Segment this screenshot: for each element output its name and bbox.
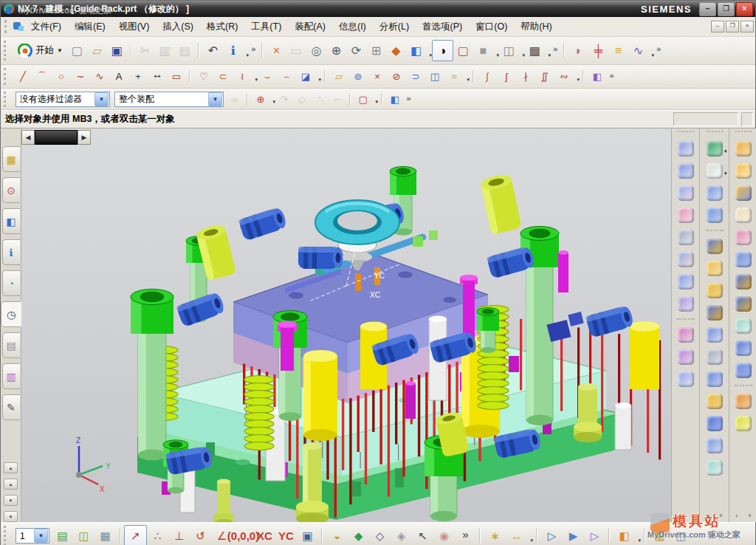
- history-icon[interactable]: ◔: [2, 270, 20, 296]
- toolbar-grip[interactable]: [735, 131, 752, 135]
- pocket-icon[interactable]: [703, 457, 726, 478]
- sheet-body-icon[interactable]: [732, 205, 755, 225]
- work-layer-combo[interactable]: 1 ▼: [16, 528, 49, 544]
- minimize-button[interactable]: –: [699, 2, 716, 16]
- paste-icon[interactable]: ▤: [175, 41, 195, 61]
- roles-palette-icon[interactable]: ▤: [2, 332, 20, 358]
- x-form-icon[interactable]: [674, 324, 698, 345]
- curve-length-icon[interactable]: ∬: [535, 68, 554, 85]
- n-sided-surface-icon[interactable]: [674, 205, 698, 225]
- circle-icon[interactable]: ○: [52, 68, 71, 85]
- orient-view-icon[interactable]: ◧: [406, 41, 426, 61]
- datum-plane-icon[interactable]: [703, 160, 726, 181]
- constraint-navigator-icon[interactable]: ⊙: [2, 177, 20, 203]
- show-hide-icon[interactable]: ◆: [348, 526, 369, 545]
- edit-curve-icon[interactable]: ∫: [478, 68, 497, 85]
- selection-scope-combo[interactable]: 整个装配 ▼: [114, 92, 224, 107]
- layer-visible-icon[interactable]: ▦: [94, 526, 116, 545]
- chevron-down-icon[interactable]: ▼: [208, 92, 222, 106]
- chevron-down-icon[interactable]: ▼: [94, 92, 109, 106]
- pan-view-icon[interactable]: ⊞: [366, 41, 386, 61]
- menu-edit[interactable]: 编辑(E): [68, 18, 112, 36]
- toolbar-more-icon[interactable]: »: [717, 511, 726, 521]
- through-curve-mesh-icon[interactable]: [674, 182, 698, 203]
- half-section-icon[interactable]: [732, 182, 755, 203]
- start-button[interactable]: 开始 ▼: [13, 42, 67, 60]
- new-file-icon[interactable]: ▢: [67, 41, 87, 61]
- scrollbar-thumb[interactable]: [35, 130, 78, 145]
- mdi-restore-button[interactable]: ❐: [726, 21, 739, 32]
- internet-explorer-icon[interactable]: ℹ: [2, 239, 20, 265]
- graphics-window[interactable]: ◀ ▶: [21, 128, 671, 522]
- snap-solid-icon[interactable]: ◇: [293, 91, 311, 107]
- menu-info[interactable]: 信息(I): [332, 18, 373, 36]
- menu-tools[interactable]: 工具(T): [244, 18, 288, 36]
- trim-curve-icon[interactable]: ʃ: [497, 68, 516, 85]
- move-face-icon[interactable]: ▷: [541, 526, 563, 545]
- offset-region-icon[interactable]: ▶: [563, 526, 584, 545]
- line-icon[interactable]: ╱: [13, 68, 32, 85]
- toolbar-collapse-icon[interactable]: ‹: [703, 511, 712, 520]
- ruled-icon[interactable]: [674, 160, 698, 181]
- datum-csys-icon[interactable]: [703, 182, 726, 203]
- customize-tools-icon[interactable]: ∗: [484, 526, 506, 545]
- datum-plane-icon[interactable]: ▱: [329, 68, 348, 85]
- synchronous-modeling-icon[interactable]: ◧: [614, 526, 635, 545]
- toolbar-grip[interactable]: [678, 131, 694, 135]
- toolbar-grip[interactable]: [4, 526, 10, 545]
- scroll-left-icon[interactable]: ◀: [21, 130, 35, 145]
- revolve-icon[interactable]: [703, 258, 726, 278]
- bridge-curve-icon[interactable]: ≀: [233, 68, 252, 85]
- zoom-area-icon[interactable]: ◎: [306, 41, 326, 61]
- menu-analysis[interactable]: 分析(L): [373, 18, 416, 36]
- toolbar-grip[interactable]: [707, 131, 723, 135]
- rectangle-select-icon[interactable]: ▢: [354, 91, 372, 107]
- highlight-icon[interactable]: ◉: [433, 526, 455, 545]
- boss-cube-icon[interactable]: [732, 293, 755, 314]
- menu-help[interactable]: 帮助(H): [514, 18, 558, 36]
- invert-shown-icon[interactable]: ◈: [391, 526, 412, 545]
- scroll-up-icon[interactable]: ▲: [4, 479, 18, 490]
- menu-insert[interactable]: 插入(S): [156, 18, 200, 36]
- edit-object-display-icon[interactable]: ◆: [386, 41, 406, 61]
- toolbar-overflow-icon[interactable]: »: [249, 38, 258, 58]
- bounded-plane-icon[interactable]: [674, 271, 698, 292]
- block-icon[interactable]: [703, 302, 726, 323]
- menu-format[interactable]: 格式(R): [200, 18, 244, 36]
- wrap-curve-icon[interactable]: ◪: [296, 68, 315, 85]
- profile-icon[interactable]: ♡: [194, 68, 213, 85]
- hole-icon[interactable]: [732, 271, 755, 292]
- sketch-icon[interactable]: [703, 138, 726, 159]
- instance-feature-icon[interactable]: [703, 346, 726, 367]
- copy-icon[interactable]: ▥: [155, 41, 175, 61]
- select-filter-icon[interactable]: ⊕: [252, 91, 269, 107]
- sequence-icon[interactable]: ◫: [670, 526, 692, 545]
- point-icon[interactable]: [703, 205, 726, 225]
- wcs-rotate-icon[interactable]: ↺: [190, 526, 211, 545]
- project-curve-icon[interactable]: ⊃: [406, 68, 425, 85]
- wcs-origin-icon[interactable]: (0,0,0): [233, 526, 254, 545]
- face-analysis-icon[interactable]: ◗: [568, 41, 588, 61]
- arc-icon[interactable]: ⌒: [32, 68, 52, 85]
- point-on-curve-icon[interactable]: ⊚: [348, 68, 368, 85]
- box-frame-icon[interactable]: [732, 160, 755, 181]
- refit-surface-icon[interactable]: [674, 369, 698, 389]
- materials-palette-icon[interactable]: ▥: [2, 363, 20, 389]
- chevron-down-icon[interactable]: ▼: [34, 529, 48, 543]
- simplify-curve-icon[interactable]: ⌣: [258, 68, 277, 85]
- background-icon[interactable]: ▩: [525, 41, 545, 61]
- pocket-cube-icon[interactable]: [732, 337, 755, 358]
- cylinder-icon[interactable]: [703, 435, 726, 456]
- wcs-dynamics-icon[interactable]: ↗: [124, 525, 147, 545]
- snap-link-icon[interactable]: ∞: [226, 91, 244, 107]
- info-window-icon[interactable]: ℹ: [223, 41, 243, 61]
- menubar-grip[interactable]: [4, 20, 10, 33]
- edit-sketch-icon[interactable]: [732, 138, 755, 159]
- join-curve-icon[interactable]: ⌢: [277, 68, 296, 85]
- restore-button[interactable]: ❐: [718, 2, 735, 16]
- toolbar-collapse-icon[interactable]: ‹: [674, 511, 684, 520]
- layer-settings-icon[interactable]: ▤: [52, 526, 73, 545]
- snap-point-icon[interactable]: ∴: [311, 91, 329, 107]
- section-curve-icon[interactable]: ⊘: [387, 68, 406, 85]
- toolbar-more-icon[interactable]: »: [746, 511, 755, 521]
